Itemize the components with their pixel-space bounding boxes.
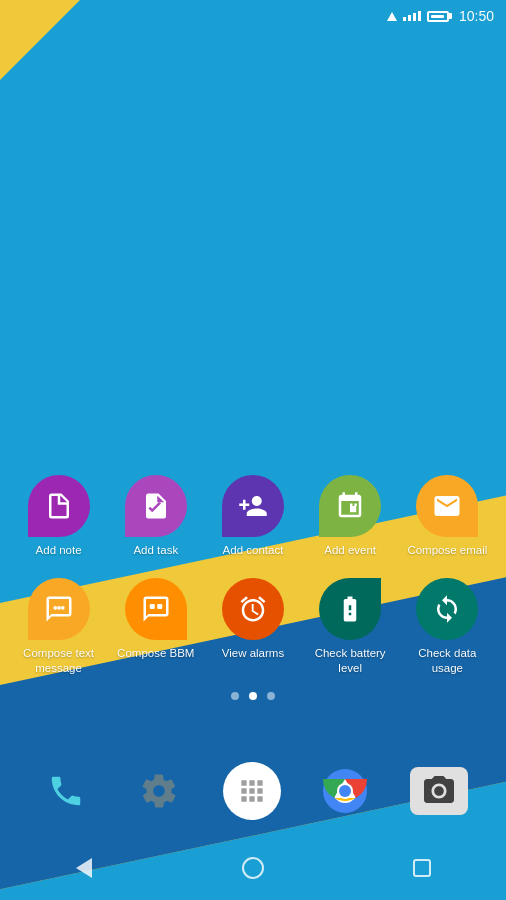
dock-settings[interactable] bbox=[131, 763, 187, 819]
page-dot-1[interactable] bbox=[249, 692, 257, 700]
apps-container: Add note Add task Add contact bbox=[0, 465, 506, 700]
compose-email-label: Compose email bbox=[407, 543, 487, 558]
add-contact-icon-bg bbox=[222, 475, 284, 537]
svg-point-8 bbox=[339, 785, 351, 797]
add-task-icon-bg bbox=[125, 475, 187, 537]
app-add-contact[interactable]: Add contact bbox=[208, 475, 298, 558]
note-icon bbox=[44, 491, 74, 521]
app-compose-email[interactable]: Compose email bbox=[402, 475, 492, 558]
status-bar: 10:50 bbox=[0, 0, 506, 32]
dock-phone[interactable] bbox=[38, 763, 94, 819]
compose-bbm-label: Compose BBM bbox=[117, 646, 194, 661]
check-battery-icon-bg bbox=[319, 578, 381, 640]
svg-rect-3 bbox=[150, 604, 155, 609]
add-task-label: Add task bbox=[133, 543, 178, 558]
nav-back-button[interactable] bbox=[59, 843, 109, 893]
app-row-1: Add note Add task Add contact bbox=[0, 465, 506, 568]
battery-level-icon bbox=[335, 594, 365, 624]
compose-text-icon-bg bbox=[28, 578, 90, 640]
home-icon bbox=[242, 857, 264, 879]
email-icon bbox=[432, 491, 462, 521]
svg-point-2 bbox=[60, 606, 64, 610]
recent-icon bbox=[413, 859, 431, 877]
add-note-label: Add note bbox=[36, 543, 82, 558]
apps-icon bbox=[236, 775, 268, 807]
contact-icon bbox=[238, 491, 268, 521]
status-time: 10:50 bbox=[459, 8, 494, 24]
sms-icon bbox=[44, 594, 74, 624]
app-add-event[interactable]: Add event bbox=[305, 475, 395, 558]
view-alarms-label: View alarms bbox=[222, 646, 284, 661]
page-dot-0[interactable] bbox=[231, 692, 239, 700]
chrome-icon bbox=[323, 769, 367, 813]
nav-recent-button[interactable] bbox=[397, 843, 447, 893]
app-check-data[interactable]: Check data usage bbox=[402, 578, 492, 676]
compose-bbm-icon-bg bbox=[125, 578, 187, 640]
status-icons: 10:50 bbox=[387, 8, 494, 24]
add-note-icon-bg bbox=[28, 475, 90, 537]
data-usage-icon bbox=[432, 594, 462, 624]
page-indicators bbox=[0, 692, 506, 700]
back-icon bbox=[76, 858, 92, 878]
phone-icon bbox=[47, 772, 85, 810]
check-data-label: Check data usage bbox=[402, 646, 492, 676]
app-compose-bbm[interactable]: Compose BBM bbox=[111, 578, 201, 661]
app-view-alarms[interactable]: View alarms bbox=[208, 578, 298, 661]
event-icon bbox=[335, 491, 365, 521]
compose-email-icon-bg bbox=[416, 475, 478, 537]
add-event-label: Add event bbox=[324, 543, 376, 558]
add-event-icon-bg bbox=[319, 475, 381, 537]
app-add-note[interactable]: Add note bbox=[14, 475, 104, 558]
view-alarms-icon-bg bbox=[222, 578, 284, 640]
nav-home-button[interactable] bbox=[228, 843, 278, 893]
page-dot-2[interactable] bbox=[267, 692, 275, 700]
app-row-2: Compose text message Compose BBM View al… bbox=[0, 568, 506, 686]
signal-icon bbox=[403, 11, 421, 21]
add-contact-label: Add contact bbox=[223, 543, 284, 558]
check-battery-label: Check battery level bbox=[305, 646, 395, 676]
app-add-task[interactable]: Add task bbox=[111, 475, 201, 558]
check-data-icon-bg bbox=[416, 578, 478, 640]
alarm-icon bbox=[238, 594, 268, 624]
svg-rect-4 bbox=[157, 604, 162, 609]
dock-camera[interactable] bbox=[410, 767, 468, 815]
dock-apps[interactable] bbox=[223, 762, 281, 820]
app-check-battery[interactable]: Check battery level bbox=[305, 578, 395, 676]
task-icon bbox=[141, 491, 171, 521]
camera-icon bbox=[421, 773, 457, 809]
svg-point-0 bbox=[53, 606, 57, 610]
svg-point-1 bbox=[57, 606, 61, 610]
nav-bar bbox=[0, 835, 506, 900]
battery-icon bbox=[427, 11, 449, 22]
compose-text-label: Compose text message bbox=[14, 646, 104, 676]
dock bbox=[0, 752, 506, 830]
settings-icon bbox=[139, 771, 179, 811]
wifi-icon bbox=[387, 12, 397, 21]
bbm-icon bbox=[141, 594, 171, 624]
dock-chrome[interactable] bbox=[317, 763, 373, 819]
app-compose-text[interactable]: Compose text message bbox=[14, 578, 104, 676]
